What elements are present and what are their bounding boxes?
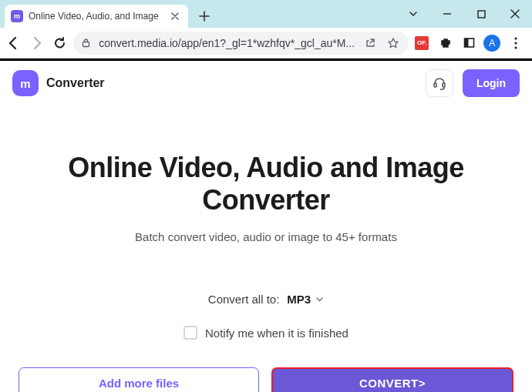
svg-rect-7 [434,83,436,87]
convert-all-label: Convert all to: [208,293,280,306]
extension-badge[interactable]: OF. [412,32,432,55]
chevron-down-icon [315,295,324,303]
svg-rect-8 [443,83,445,87]
convert-format-row: Convert all to: MP3 [9,286,523,312]
hero: Online Video, Audio and Image Converter … [0,106,532,262]
format-value: MP3 [287,293,311,306]
tab-title: Online Video, Audio, and Image [29,11,164,22]
browser-toolbar: convert.media.io/app/en1?_gl=1*wzhfqv*_g… [0,28,532,59]
window-titlebar: m Online Video, Audio, and Image [0,0,532,28]
convert-button[interactable]: CONVERT> [271,367,513,392]
login-button[interactable]: Login [463,69,520,97]
svg-point-6 [514,46,517,49]
new-tab-button[interactable] [194,6,214,26]
brand-logo-icon: m [12,70,39,96]
brand[interactable]: m Converter [12,70,105,96]
lock-icon [81,38,91,48]
support-button[interactable] [426,69,453,97]
window-controls [396,0,532,28]
close-tab-icon[interactable] [170,11,180,22]
extensions-icon[interactable] [435,32,455,55]
share-icon[interactable] [362,37,378,49]
svg-point-4 [514,37,517,39]
notify-row: Notify me when it is finished [9,312,523,344]
add-more-files-button[interactable]: Add more files [19,367,259,392]
header-actions: Login [426,69,520,97]
page-title: Online Video, Audio and Image Converter [15,152,517,216]
side-panel-icon[interactable] [459,32,479,55]
maximize-icon[interactable] [464,0,498,28]
brand-label: Converter [46,76,105,90]
page-content: m Converter Login Online Video, Audio an… [0,61,532,392]
tab-favicon: m [11,10,23,22]
site-header: m Converter Login [0,61,532,106]
caret-down-icon[interactable] [396,0,430,28]
svg-rect-1 [83,42,89,47]
svg-point-5 [514,42,517,44]
bookmark-star-icon[interactable] [386,37,401,49]
svg-rect-3 [464,39,468,47]
forward-button[interactable] [26,32,46,55]
svg-rect-0 [478,11,485,18]
address-bar[interactable]: convert.media.io/app/en1?_gl=1*wzhfqv*_g… [73,32,409,55]
page-subtitle: Batch convert video, audio or image to 4… [15,230,517,243]
action-buttons: Add more files CONVERT> [9,344,523,392]
profile-avatar[interactable]: A [482,32,502,55]
headset-icon [432,75,447,91]
format-selector[interactable]: MP3 [287,293,324,306]
notify-label: Notify me when it is finished [205,327,348,340]
convert-panel: Convert all to: MP3 Notify me when it is… [9,286,523,392]
back-button[interactable] [3,32,23,55]
url-text: convert.media.io/app/en1?_gl=1*wzhfqv*_g… [99,37,355,49]
minimize-icon[interactable] [430,0,464,28]
kebab-menu-icon[interactable] [506,32,526,55]
close-window-icon[interactable] [498,0,532,28]
browser-tab[interactable]: m Online Video, Audio, and Image [5,5,188,28]
reload-button[interactable] [50,32,70,55]
notify-checkbox[interactable] [184,326,197,340]
